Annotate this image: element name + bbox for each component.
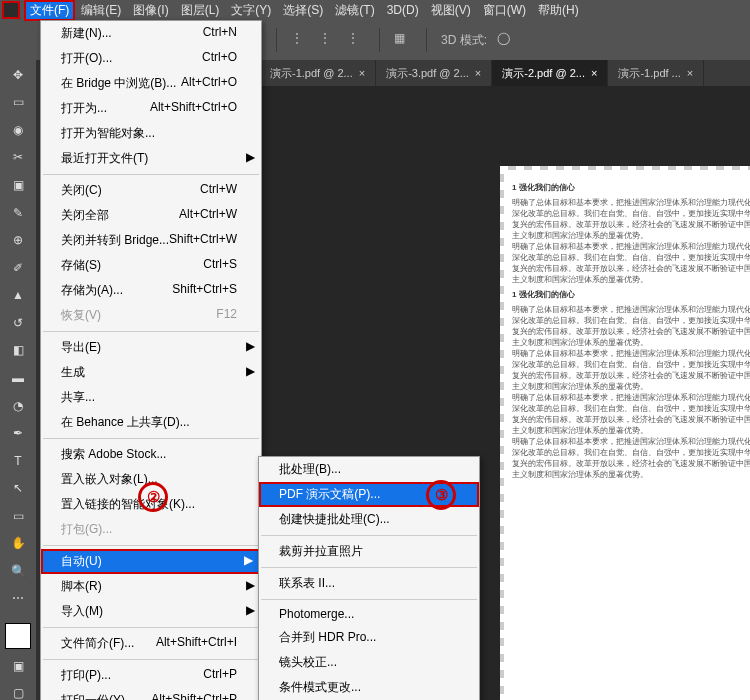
menu-image[interactable]: 图像(I)	[127, 0, 174, 21]
ps-logo-icon	[2, 1, 20, 19]
menu-select[interactable]: 选择(S)	[277, 0, 329, 21]
menu-item[interactable]: 自动(U)▶	[41, 549, 261, 574]
shape-tool-icon[interactable]: ▭	[7, 505, 29, 527]
submenu-arrow-icon: ▶	[246, 578, 255, 592]
move-tool-icon[interactable]: ✥	[7, 64, 29, 86]
menu-item[interactable]: 打开为智能对象...	[41, 121, 261, 146]
menu-item[interactable]: 脚本(R)▶	[41, 574, 261, 599]
annotation-badge-2: ②	[138, 482, 168, 512]
doc-tab[interactable]: 演示-3.pdf @ 2...×	[376, 60, 492, 86]
doc-body: 明确了总体目标和基本要求，把推进国家治理体系和治理能力现代化作为全面深化改革的总…	[512, 348, 750, 392]
healing-tool-icon[interactable]: ⊕	[7, 229, 29, 251]
menu-edit[interactable]: 编辑(E)	[75, 0, 127, 21]
close-icon[interactable]: ×	[359, 67, 365, 79]
screenmode-icon[interactable]: ▢	[7, 682, 29, 700]
submenu-arrow-icon: ▶	[246, 339, 255, 353]
hand-tool-icon[interactable]: ✋	[7, 533, 29, 555]
menu-filter[interactable]: 滤镜(T)	[329, 0, 380, 21]
marquee-tool-icon[interactable]: ▭	[7, 92, 29, 114]
menu-item: 打包(G)...	[41, 517, 261, 542]
doc-body: 明确了总体目标和基本要求，把推进国家治理体系和治理能力现代化作为全面深化改革的总…	[512, 304, 750, 348]
submenu-arrow-icon: ▶	[246, 603, 255, 617]
menubar: 文件(F) 编辑(E) 图像(I) 图层(L) 文字(Y) 选择(S) 滤镜(T…	[0, 0, 750, 20]
menu-item[interactable]: 存储(S)Ctrl+S	[41, 253, 261, 278]
gradient-tool-icon[interactable]: ▬	[7, 367, 29, 389]
3d-mode-label: 3D 模式:	[441, 32, 487, 49]
blur-tool-icon[interactable]: ◔	[7, 395, 29, 417]
doc-body: 明确了总体目标和基本要求，把推进国家治理体系和治理能力现代化作为全面深化改革的总…	[512, 241, 750, 285]
stamp-tool-icon[interactable]: ▲	[7, 285, 29, 307]
doc-body: 明确了总体目标和基本要求，把推进国家治理体系和治理能力现代化作为全面深化改革的总…	[512, 436, 750, 480]
menu-window[interactable]: 窗口(W)	[477, 0, 532, 21]
menu-item[interactable]: 导出(E)▶	[41, 335, 261, 360]
menu-item[interactable]: 共享...	[41, 385, 261, 410]
menu-layer[interactable]: 图层(L)	[175, 0, 226, 21]
doc-tab[interactable]: 演示-1.pdf @ 2...×	[260, 60, 376, 86]
menu-item[interactable]: 联系表 II...	[259, 571, 479, 596]
doc-tab[interactable]: 演示-1.pdf ...×	[608, 60, 704, 86]
menu-item[interactable]: 导入(M)▶	[41, 599, 261, 624]
eyedropper-tool-icon[interactable]: ✎	[7, 202, 29, 224]
distribute-icon[interactable]: ⋮	[291, 31, 309, 49]
quickmask-icon[interactable]: ▣	[7, 655, 29, 677]
menu-item[interactable]: 关闭并转到 Bridge...Shift+Ctrl+W	[41, 228, 261, 253]
menu-file[interactable]: 文件(F)	[24, 0, 75, 21]
overlap-icon[interactable]: ▦	[394, 31, 412, 49]
crop-tool-icon[interactable]: ✂	[7, 147, 29, 169]
doc-body: 明确了总体目标和基本要求，把推进国家治理体系和治理能力现代化作为全面深化改革的总…	[512, 392, 750, 436]
menu-item[interactable]: 打开为...Alt+Shift+Ctrl+O	[41, 96, 261, 121]
submenu-arrow-icon: ▶	[246, 364, 255, 378]
menu-item: 恢复(V)F12	[41, 303, 261, 328]
menu-item[interactable]: 文件简介(F)...Alt+Shift+Ctrl+I	[41, 631, 261, 656]
menu-item[interactable]: 镜头校正...	[259, 650, 479, 675]
menu-item[interactable]: 打开(O)...Ctrl+O	[41, 46, 261, 71]
lasso-tool-icon[interactable]: ◉	[7, 119, 29, 141]
eraser-tool-icon[interactable]: ◧	[7, 340, 29, 362]
menu-help[interactable]: 帮助(H)	[532, 0, 585, 21]
zoom-tool-icon[interactable]: 🔍	[7, 560, 29, 582]
menu-item[interactable]: 关闭(C)Ctrl+W	[41, 178, 261, 203]
menu-item[interactable]: 创建快捷批处理(C)...	[259, 507, 479, 532]
close-icon[interactable]: ×	[591, 67, 597, 79]
color-swatch[interactable]	[5, 623, 31, 649]
submenu-arrow-icon: ▶	[246, 150, 255, 164]
menu-item[interactable]: 在 Behance 上共享(D)...	[41, 410, 261, 435]
doc-heading: 1 强化我们的信心	[512, 289, 750, 300]
history-brush-icon[interactable]: ↺	[7, 312, 29, 334]
path-tool-icon[interactable]: ↖	[7, 477, 29, 499]
menu-item[interactable]: Photomerge...	[259, 603, 479, 625]
menu-item[interactable]: 搜索 Adobe Stock...	[41, 442, 261, 467]
menu-type[interactable]: 文字(Y)	[225, 0, 277, 21]
close-icon[interactable]: ×	[687, 67, 693, 79]
menu-item[interactable]: 生成▶	[41, 360, 261, 385]
menu-item[interactable]: 打印一份(Y)Alt+Shift+Ctrl+P	[41, 688, 261, 700]
menu-item[interactable]: 最近打开文件(T)▶	[41, 146, 261, 171]
document-tabs: 演示-1.pdf @ 2...× 演示-3.pdf @ 2...× 演示-2.p…	[260, 60, 750, 86]
menu-item[interactable]: 在 Bridge 中浏览(B)...Alt+Ctrl+O	[41, 71, 261, 96]
file-menu-dropdown: 新建(N)...Ctrl+N打开(O)...Ctrl+O在 Bridge 中浏览…	[40, 20, 262, 700]
close-icon[interactable]: ×	[475, 67, 481, 79]
brush-tool-icon[interactable]: ✐	[7, 257, 29, 279]
tools-panel: ✥ ▭ ◉ ✂ ▣ ✎ ⊕ ✐ ▲ ↺ ◧ ▬ ◔ ✒ T ↖ ▭ ✋ 🔍 ⋯ …	[0, 60, 36, 700]
menu-item[interactable]: 关闭全部Alt+Ctrl+W	[41, 203, 261, 228]
menu-item[interactable]: 批处理(B)...	[259, 457, 479, 482]
3d-orbit-icon[interactable]: ◯	[497, 31, 515, 49]
distribute-icon[interactable]: ⋮	[319, 31, 337, 49]
menu-item[interactable]: 条件模式更改...	[259, 675, 479, 700]
frame-tool-icon[interactable]: ▣	[7, 174, 29, 196]
menu-view[interactable]: 视图(V)	[425, 0, 477, 21]
pen-tool-icon[interactable]: ✒	[7, 422, 29, 444]
document-page: 1 强化我们的信心 明确了总体目标和基本要求，把推进国家治理体系和治理能力现代化…	[504, 170, 750, 700]
menu-3d[interactable]: 3D(D)	[381, 1, 425, 19]
menu-item[interactable]: 存储为(A)...Shift+Ctrl+S	[41, 278, 261, 303]
edit-toolbar-icon[interactable]: ⋯	[7, 588, 29, 610]
menu-item[interactable]: 裁剪并拉直照片	[259, 539, 479, 564]
submenu-arrow-icon: ▶	[244, 553, 253, 567]
annotation-badge-3: ③	[426, 480, 456, 510]
menu-item[interactable]: 新建(N)...Ctrl+N	[41, 21, 261, 46]
distribute-icon[interactable]: ⋮	[347, 31, 365, 49]
doc-tab[interactable]: 演示-2.pdf @ 2...×	[492, 60, 608, 86]
type-tool-icon[interactable]: T	[7, 450, 29, 472]
menu-item[interactable]: 合并到 HDR Pro...	[259, 625, 479, 650]
menu-item[interactable]: 打印(P)...Ctrl+P	[41, 663, 261, 688]
